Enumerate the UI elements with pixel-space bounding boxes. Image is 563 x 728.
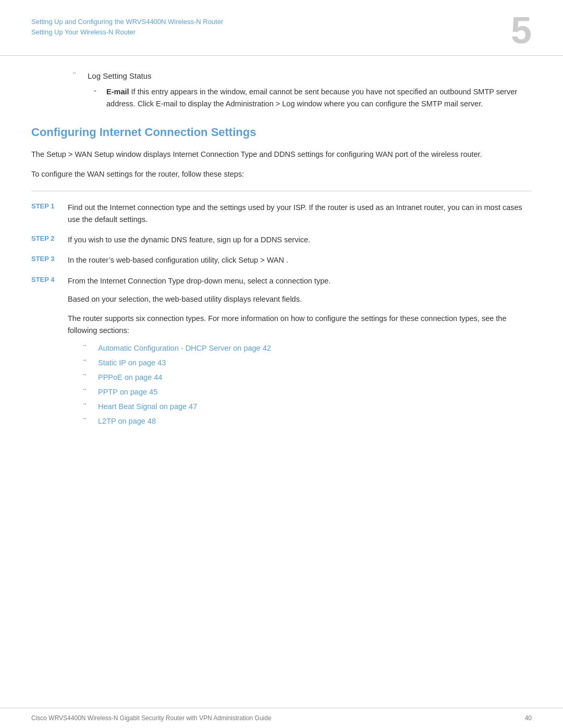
conn-item-3: ¨ PPTP on page 45 [83, 388, 532, 397]
conn-bullet-4: ¨ [83, 402, 94, 412]
email-description: If this entry appears in the window, ema… [106, 88, 517, 108]
connection-types-list: ¨ Automatic Configuration - DHCP Server … [68, 344, 532, 426]
page-footer: Cisco WRVS4400N Wireless-N Gigabit Secur… [0, 708, 563, 728]
log-bullet-item: ¨ Log Setting Status [73, 71, 532, 81]
header-title-line1: Setting Up and Configuring the WRVS4400N… [31, 17, 223, 27]
step4-extra-para2: The router supports six connection types… [68, 313, 532, 337]
conn-link-5[interactable]: L2TP on page 48 [98, 417, 156, 425]
footer-page-number: 40 [525, 714, 532, 722]
steps-container: STEP 1 Find out the Internet connection … [31, 202, 532, 432]
conn-bullet-0: ¨ [83, 344, 94, 353]
log-setting-label: Log Setting Status [88, 71, 152, 80]
step-2-label: STEP 2 [31, 235, 68, 242]
step-3-row: STEP 3 In the router’s web-based configu… [31, 254, 532, 266]
steps-divider [31, 191, 532, 191]
conn-item-1: ¨ Static IP on page 43 [83, 359, 532, 368]
step-4-content: From the Internet Connection Type drop-d… [68, 277, 331, 285]
step-4-label: STEP 4 [31, 276, 68, 283]
step4-extra-para1: Based on your selection, the web-based u… [68, 293, 532, 305]
email-sub-text: E-mail If this entry appears in the wind… [106, 86, 532, 110]
conn-bullet-2: ¨ [83, 373, 94, 382]
email-label: E-mail [106, 88, 129, 96]
conn-item-5: ¨ L2TP on page 48 [83, 417, 532, 426]
log-sub-section: - E-mail If this entry appears in the wi… [73, 86, 532, 110]
header-text-block: Setting Up and Configuring the WRVS4400N… [31, 17, 223, 37]
email-bullet-item: - E-mail If this entry appears in the wi… [94, 86, 532, 110]
page-container: Setting Up and Configuring the WRVS4400N… [0, 0, 563, 728]
conn-link-0[interactable]: Automatic Configuration - DHCP Server on… [98, 344, 271, 352]
step-4-row: STEP 4 From the Internet Connection Type… [31, 275, 532, 432]
conn-link-1[interactable]: Static IP on page 43 [98, 359, 166, 367]
conn-bullet-5: ¨ [83, 417, 94, 426]
sub-dash-icon: - [94, 86, 100, 95]
step-3-label: STEP 3 [31, 255, 68, 263]
conn-link-2[interactable]: PPPoE on page 44 [98, 373, 162, 381]
conn-item-4: ¨ Heart Beat Signal on page 47 [83, 402, 532, 412]
step-1-label: STEP 1 [31, 202, 68, 210]
step-1-row: STEP 1 Find out the Internet connection … [31, 202, 532, 226]
conn-link-4[interactable]: Heart Beat Signal on page 47 [98, 402, 197, 411]
conn-bullet-1: ¨ [83, 359, 94, 368]
conn-link-3[interactable]: PPTP on page 45 [98, 388, 157, 396]
step-4-block: From the Internet Connection Type drop-d… [68, 275, 532, 432]
step-2-content: If you wish to use the dynamic DNS featu… [68, 234, 532, 246]
conn-item-0: ¨ Automatic Configuration - DHCP Server … [83, 344, 532, 353]
page-header: Setting Up and Configuring the WRVS4400N… [0, 0, 563, 56]
footer-left-text: Cisco WRVS4400N Wireless-N Gigabit Secur… [31, 714, 272, 722]
conn-item-2: ¨ PPPoE on page 44 [83, 373, 532, 382]
step-2-row: STEP 2 If you wish to use the dynamic DN… [31, 234, 532, 246]
conn-bullet-3: ¨ [83, 388, 94, 397]
intro-para2: To configure the WAN settings for the ro… [31, 168, 532, 180]
intro-para1: The Setup > WAN Setup window displays In… [31, 149, 532, 161]
log-setting-section: ¨ Log Setting Status - E-mail If this en… [31, 71, 532, 110]
step-3-content: In the router’s web-based configuration … [68, 254, 532, 266]
main-content: ¨ Log Setting Status - E-mail If this en… [0, 56, 563, 471]
bullet-icon: ¨ [73, 71, 81, 81]
chapter-number: 5 [511, 11, 532, 49]
section-heading: Configuring Internet Connection Settings [31, 126, 532, 139]
step-1-content: Find out the Internet connection type an… [68, 202, 532, 226]
header-title-line2: Setting Up Your Wireless-N Router [31, 27, 223, 38]
